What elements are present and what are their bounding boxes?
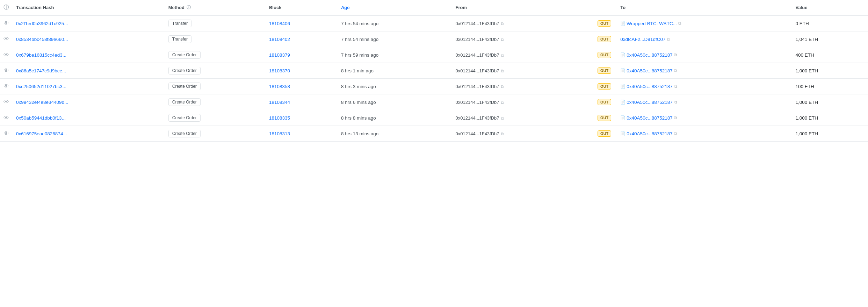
block-link[interactable]: 18108370: [269, 68, 290, 73]
col-direction: [594, 0, 617, 15]
value-text: 1,041 ETH: [795, 37, 818, 42]
table-row: 👁0x2f1ed0b3962d1c925...Transfer181084067…: [0, 15, 868, 31]
contract-icon: 📄: [620, 84, 625, 89]
direction-badge: OUT: [598, 52, 611, 58]
transactions-table: ⓘ Transaction Hash Method ⓘ Block Age Fr…: [0, 0, 868, 142]
block-link[interactable]: 18108406: [269, 21, 290, 26]
col-value: Value: [792, 0, 868, 15]
copy-to-icon[interactable]: ⧉: [678, 21, 681, 26]
value-text: 1,000 ETH: [795, 131, 818, 136]
tx-hash-link[interactable]: 0x679be16815cc4ed3...: [16, 52, 66, 58]
age-text: 7 hrs 54 mins ago: [341, 37, 378, 42]
direction-badge: OUT: [598, 67, 611, 74]
copy-from-icon[interactable]: ⧉: [501, 100, 504, 105]
eye-icon[interactable]: 👁: [3, 83, 9, 89]
contract-icon: 📄: [620, 52, 625, 57]
col-to: To: [617, 0, 792, 15]
from-address: 0x012144...1F43fDb7: [456, 52, 499, 58]
to-address-link[interactable]: 0x40A50c...88752187: [627, 68, 672, 73]
contract-icon: 📄: [620, 115, 625, 120]
method-badge: Transfer: [168, 35, 191, 43]
direction-badge: OUT: [598, 99, 611, 105]
col-block: Block: [266, 0, 338, 15]
copy-from-icon[interactable]: ⧉: [501, 37, 504, 42]
eye-icon[interactable]: 👁: [3, 130, 9, 136]
table-row: 👁0x8534bbc458f89e660...Transfer181084027…: [0, 31, 868, 47]
tx-hash-link[interactable]: 0x616975eae0826874...: [16, 131, 67, 136]
block-link[interactable]: 18108379: [269, 52, 290, 58]
table-row: 👁0xc250652d11027bc3...Create Order181083…: [0, 79, 868, 94]
col-method: Method ⓘ: [165, 0, 266, 15]
method-badge: Create Order: [168, 130, 201, 137]
info-circle-icon: ⓘ: [3, 4, 9, 10]
copy-to-icon[interactable]: ⧉: [674, 115, 677, 120]
table-row: 👁0x86a5c1747c9d9bce...Create Order181083…: [0, 63, 868, 79]
eye-icon[interactable]: 👁: [3, 67, 9, 73]
to-address-link[interactable]: 0x40A50c...88752187: [627, 115, 672, 121]
tx-hash-link[interactable]: 0x99432ef4e8e34409d...: [16, 100, 68, 105]
to-address-link[interactable]: 0x40A50c...88752187: [627, 131, 672, 136]
to-address-link[interactable]: Wrapped BTC: WBTC...: [627, 21, 677, 26]
to-address-link[interactable]: 0x40A50c...88752187: [627, 100, 672, 105]
block-link[interactable]: 18108344: [269, 100, 290, 105]
block-link[interactable]: 18108313: [269, 131, 290, 136]
copy-from-icon[interactable]: ⧉: [501, 69, 504, 73]
contract-icon: 📄: [620, 68, 625, 73]
from-address: 0x012144...1F43fDb7: [456, 84, 499, 89]
age-text: 8 hrs 13 mins ago: [341, 131, 378, 136]
age-text: 7 hrs 54 mins ago: [341, 21, 378, 26]
block-link[interactable]: 18108358: [269, 84, 290, 89]
copy-to-icon[interactable]: ⧉: [674, 131, 677, 136]
method-badge: Create Order: [168, 51, 201, 59]
value-text: 100 ETH: [795, 84, 814, 89]
contract-icon: 📄: [620, 21, 625, 26]
direction-badge: OUT: [598, 20, 611, 27]
copy-to-icon[interactable]: ⧉: [674, 84, 677, 89]
copy-from-icon[interactable]: ⧉: [501, 21, 504, 26]
tx-hash-link[interactable]: 0x8534bbc458f89e660...: [16, 37, 68, 42]
tx-hash-link[interactable]: 0x2f1ed0b3962d1c925...: [16, 21, 68, 26]
from-address: 0x012144...1F43fDb7: [456, 37, 499, 42]
tx-hash-link[interactable]: 0xc250652d11027bc3...: [16, 84, 66, 89]
copy-to-icon[interactable]: ⧉: [674, 100, 677, 105]
col-info: ⓘ: [0, 0, 13, 15]
copy-to-icon[interactable]: ⧉: [674, 68, 677, 73]
copy-from-icon[interactable]: ⧉: [501, 131, 504, 136]
method-badge: Transfer: [168, 20, 191, 27]
tx-hash-link[interactable]: 0x86a5c1747c9d9bce...: [16, 68, 66, 73]
eye-icon[interactable]: 👁: [3, 115, 9, 121]
table-row: 👁0x616975eae0826874...Create Order181083…: [0, 126, 868, 142]
from-address: 0x012144...1F43fDb7: [456, 115, 499, 121]
copy-from-icon[interactable]: ⧉: [501, 116, 504, 121]
from-address: 0x012144...1F43fDb7: [456, 68, 499, 73]
copy-to-icon[interactable]: ⧉: [674, 52, 677, 57]
col-tx-hash: Transaction Hash: [13, 0, 165, 15]
to-address-link[interactable]: 0xdfcAF2...D91dfC07: [620, 37, 665, 42]
table-row: 👁0x50ab59441dbb0f13...Create Order181083…: [0, 110, 868, 126]
eye-icon[interactable]: 👁: [3, 99, 9, 105]
age-text: 8 hrs 3 mins ago: [341, 84, 376, 89]
direction-badge: OUT: [598, 115, 611, 121]
block-link[interactable]: 18108335: [269, 115, 290, 121]
method-info-icon: ⓘ: [187, 5, 191, 10]
copy-from-icon[interactable]: ⧉: [501, 53, 504, 58]
eye-icon[interactable]: 👁: [3, 52, 9, 58]
copy-from-icon[interactable]: ⧉: [501, 84, 504, 89]
eye-icon[interactable]: 👁: [3, 36, 9, 42]
tx-hash-link[interactable]: 0x50ab59441dbb0f13...: [16, 115, 66, 121]
to-address-link[interactable]: 0x40A50c...88752187: [627, 52, 672, 58]
value-text: 1,000 ETH: [795, 100, 818, 105]
col-from: From: [452, 0, 594, 15]
to-address-link[interactable]: 0x40A50c...88752187: [627, 84, 672, 89]
from-address: 0x012144...1F43fDb7: [456, 131, 499, 136]
copy-to-icon[interactable]: ⧉: [667, 37, 670, 42]
from-address: 0x012144...1F43fDb7: [456, 100, 499, 105]
eye-icon[interactable]: 👁: [3, 20, 9, 26]
block-link[interactable]: 18108402: [269, 37, 290, 42]
direction-badge: OUT: [598, 130, 611, 137]
age-text: 8 hrs 6 mins ago: [341, 100, 376, 105]
value-text: 0 ETH: [795, 21, 809, 26]
table-row: 👁0x99432ef4e8e34409d...Create Order18108…: [0, 94, 868, 110]
method-badge: Create Order: [168, 114, 201, 122]
from-address: 0x012144...1F43fDb7: [456, 21, 499, 26]
